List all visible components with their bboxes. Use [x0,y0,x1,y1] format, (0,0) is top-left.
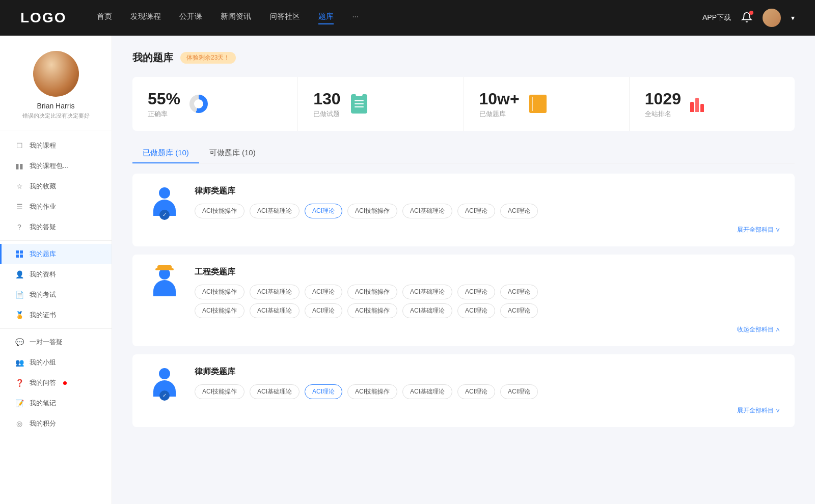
sidebar-item-group[interactable]: 👥 我的小组 [0,352,112,373]
sidebar-item-profile[interactable]: 👤 我的资料 [0,264,112,285]
nav-link-bank[interactable]: 题库 [318,12,334,24]
question-circle-icon: ? [15,223,23,231]
eng-tag-8[interactable]: ACI基础理论 [250,303,300,318]
svg-rect-2 [16,255,19,258]
profile-name: Brian Harris [10,102,101,110]
eng-tag-9[interactable]: ACI理论 [305,303,342,318]
eng-tag-7[interactable]: ACI技能操作 [195,303,244,318]
expand-link-3[interactable]: 展开全部科目 ∨ [195,403,780,415]
stat-done-questions: 130 已做试题 [298,77,464,131]
pie-chart-icon [188,94,209,114]
nav-link-home[interactable]: 首页 [97,12,112,24]
stat-done-questions-text: 130 已做试题 [313,89,340,119]
person-icon: 👤 [15,270,23,278]
tag-2[interactable]: ACI理论 [305,204,342,218]
sidebar-item-favorites[interactable]: ☆ 我的收藏 [0,176,112,197]
divider [0,240,112,241]
sidebar-item-question-bank[interactable]: 我的题库 [0,244,112,264]
bank-card-lawyer-2-content: 律师类题库 ACI技能操作 ACI基础理论 ACI理论 ACI技能操作 ACI基… [195,367,780,415]
tab-available[interactable]: 可做题库 (10) [199,143,266,163]
svg-rect-0 [16,250,19,254]
profile-motto: 错误的决定比没有决定要好 [10,112,101,120]
l2-tag-5[interactable]: ACI理论 [457,384,495,399]
tag-3[interactable]: ACI技能操作 [347,204,397,218]
stat-accuracy-label: 正确率 [148,109,180,119]
tag-5[interactable]: ACI理论 [457,204,495,218]
nav-link-qa[interactable]: 问答社区 [269,12,300,24]
tag-0[interactable]: ACI技能操作 [195,204,244,218]
nav-right: APP下载 ▾ [702,9,795,27]
nav-link-courses[interactable]: 发现课程 [130,12,161,24]
stat-done-banks-value: 10w+ [479,89,520,108]
nav-link-open[interactable]: 公开课 [179,12,202,24]
tab-done[interactable]: 已做题库 (10) [132,143,199,163]
app-download-button[interactable]: APP下载 [702,13,731,22]
nav-link-more[interactable]: ··· [352,12,359,24]
bank-card-engineer: 工程类题库 ACI技能操作 ACI基础理论 ACI理论 ACI技能操作 ACI基… [132,255,795,346]
eng-tag-2[interactable]: ACI理论 [305,285,342,299]
book-icon [528,94,548,114]
nav-links: 首页 发现课程 公开课 新闻资讯 问答社区 题库 ··· [97,12,702,24]
eng-tag-10[interactable]: ACI技能操作 [347,303,397,318]
sidebar-item-certificate[interactable]: 🏅 我的证书 [0,305,112,325]
eng-tag-12[interactable]: ACI理论 [457,303,495,318]
eng-tag-11[interactable]: ACI基础理论 [402,303,452,318]
sidebar-item-qa[interactable]: ? 我的答疑 [0,217,112,237]
stat-ranking-text: 1029 全站排名 [645,89,681,119]
sidebar-item-course-package[interactable]: ▮▮ 我的课程包... [0,156,112,176]
tag-1[interactable]: ACI基础理论 [250,204,300,218]
stat-accuracy-text: 55% 正确率 [148,89,180,119]
collapse-link[interactable]: 收起全部科目 ∧ [195,322,780,334]
eng-tag-13[interactable]: ACI理论 [500,303,538,318]
eng-tag-3[interactable]: ACI技能操作 [347,285,397,299]
file-icon: ☐ [15,142,23,150]
notes-icon: 📝 [15,399,23,407]
sidebar-menu: ☐ 我的课程 ▮▮ 我的课程包... ☆ 我的收藏 ☰ 我的作业 ? 我的答疑 [0,135,112,434]
sidebar: Brian Harris 错误的决定比没有决定要好 ☐ 我的课程 ▮▮ 我的课程… [0,36,112,504]
bank-card-lawyer-1-content: 律师类题库 ACI技能操作 ACI基础理论 ACI理论 ACI技能操作 ACI基… [195,186,780,234]
sidebar-item-notes[interactable]: 📝 我的笔记 [0,393,112,413]
tag-6[interactable]: ACI理论 [500,204,538,218]
l2-tag-3[interactable]: ACI技能操作 [347,384,397,399]
l2-tag-4[interactable]: ACI基础理论 [402,384,452,399]
notification-bell-icon[interactable] [741,12,752,24]
l2-tag-6[interactable]: ACI理论 [500,384,538,399]
eng-tag-6[interactable]: ACI理论 [500,285,538,299]
avatar[interactable] [763,9,781,27]
page-layout: Brian Harris 错误的决定比没有决定要好 ☐ 我的课程 ▮▮ 我的课程… [0,36,815,504]
tag-4[interactable]: ACI基础理论 [402,204,452,218]
sidebar-profile: Brian Harris 错误的决定比没有决定要好 [0,51,112,130]
nav-link-news[interactable]: 新闻资讯 [221,12,251,24]
chat-icon: 💬 [15,338,23,346]
star-icon: ☆ [15,182,23,190]
l2-tag-0[interactable]: ACI技能操作 [195,384,244,399]
eng-tag-4[interactable]: ACI基础理论 [402,285,452,299]
bank-card-lawyer-2-title: 律师类题库 [195,367,780,377]
stat-done-banks-text: 10w+ 已做题库 [479,89,520,119]
eng-tag-1[interactable]: ACI基础理论 [250,285,300,299]
expand-link-1[interactable]: 展开全部科目 ∨ [195,222,780,234]
certificate-icon: 🏅 [15,311,23,319]
page-title: 我的题库 [132,51,173,65]
avatar-dropdown-icon[interactable]: ▾ [791,14,795,22]
sidebar-item-my-qa[interactable]: ❓ 我的问答 [0,373,112,393]
eng-tag-0[interactable]: ACI技能操作 [195,285,244,299]
bank-card-lawyer-1-title: 律师类题库 [195,186,780,197]
sidebar-item-exam[interactable]: 📄 我的考试 [0,285,112,305]
sidebar-item-points[interactable]: ◎ 我的积分 [0,413,112,434]
trial-badge: 体验剩余23天！ [180,52,236,64]
group-icon: 👥 [15,358,23,367]
l2-tag-2[interactable]: ACI理论 [305,384,342,399]
navbar: LOGO 首页 发现课程 公开课 新闻资讯 问答社区 题库 ··· APP下载 … [0,0,815,36]
l2-tag-1[interactable]: ACI基础理论 [250,384,300,399]
sidebar-item-one-on-one[interactable]: 💬 一对一答疑 [0,332,112,352]
stat-done-questions-value: 130 [313,89,340,108]
bank-card-lawyer-2: ✓ 律师类题库 ACI技能操作 ACI基础理论 ACI理论 ACI技能操作 AC… [132,354,795,427]
sidebar-item-homework[interactable]: ☰ 我的作业 [0,197,112,217]
stat-accuracy: 55% 正确率 [132,77,298,131]
sidebar-item-my-courses[interactable]: ☐ 我的课程 [0,135,112,156]
bank-card-engineer-tags-row2: ACI技能操作 ACI基础理论 ACI理论 ACI技能操作 ACI基础理论 AC… [195,303,780,318]
exam-icon: 📄 [15,291,23,299]
eng-tag-5[interactable]: ACI理论 [457,285,495,299]
lawyer-2-icon: ✓ [147,367,182,402]
